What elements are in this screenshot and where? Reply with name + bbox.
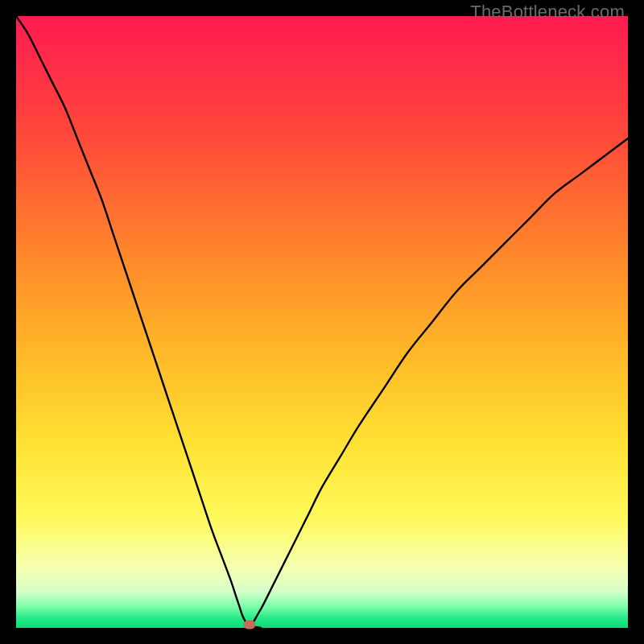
chart-frame bbox=[16, 16, 628, 628]
watermark-text: TheBottleneck.com bbox=[470, 2, 625, 23]
gradient-background bbox=[16, 16, 628, 628]
bottleneck-marker bbox=[244, 621, 255, 630]
